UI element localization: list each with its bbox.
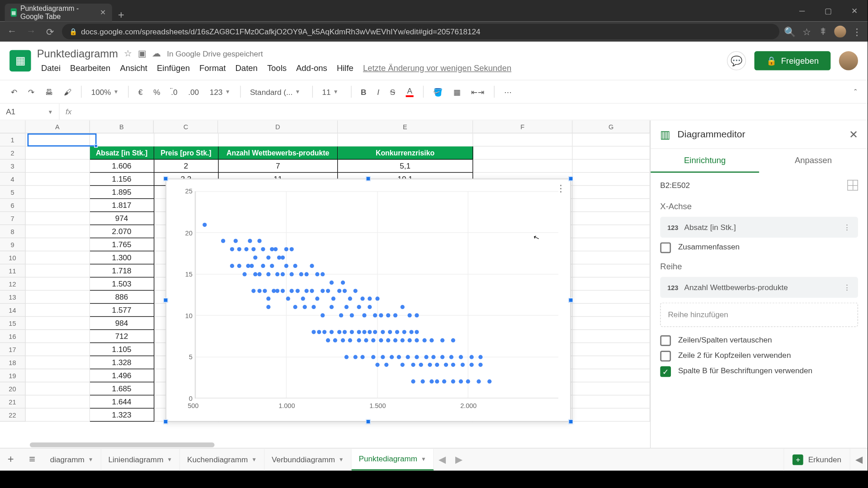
series-menu-icon[interactable]: ⋮ (843, 283, 851, 292)
browser-tab[interactable]: ▦ Punktediagramm - Google Tabe ✕ (5, 4, 112, 22)
tab-setup[interactable]: Einrichtung (651, 149, 759, 173)
sheets-tab-bar: + ≡ diagramm▼Liniendiagramm▼Kuchendiagra… (0, 448, 868, 470)
formula-bar: A1▼ fx (0, 103, 868, 120)
doc-title[interactable]: Punktediagramm (37, 47, 118, 60)
add-sheet-button[interactable]: + (0, 449, 21, 470)
sheet-tab-2[interactable]: Kuchendiagramm▼ (180, 449, 264, 470)
last-edit-link[interactable]: Letzte Änderung vor wenigen Sekunden (359, 61, 516, 74)
menu-bar: DateiBearbeitenAnsichtEinfügenFormatDate… (37, 61, 721, 74)
back-icon[interactable]: ← (5, 24, 19, 39)
reload-icon[interactable]: ⟳ (43, 24, 57, 39)
zoom-select[interactable]: 100%▼ (88, 85, 123, 99)
tab-customize[interactable]: Anpassen (759, 149, 868, 173)
font-select[interactable]: Standard (...▼ (246, 85, 306, 99)
chrome-tab-strip: ▦ Punktediagramm - Google Tabe ✕ + ─ ▢ ✕ (0, 0, 868, 21)
undo-icon[interactable]: ↶ (7, 85, 21, 99)
save-status: In Google Drive gespeichert (167, 49, 263, 58)
menu-daten[interactable]: Daten (231, 61, 262, 74)
data-range-value[interactable]: B2:E502 (660, 181, 690, 190)
sheets-scroll-left[interactable]: ◀ (434, 454, 451, 465)
formula-input[interactable] (78, 103, 868, 120)
more-toolbar-icon[interactable]: ⋯ (500, 85, 515, 99)
new-tab-button[interactable]: + (112, 9, 130, 22)
paint-format-icon[interactable]: 🖌 (60, 85, 75, 99)
currency-button[interactable]: € (135, 85, 146, 99)
xaxis-field-chip[interactable]: 123 Absatz [in Stk.] ⋮ (660, 217, 858, 238)
sheet-tab-0[interactable]: diagramm▼ (43, 449, 101, 470)
address-bar: ← → ⟳ 🔒 docs.google.com/spreadsheets/d/1… (0, 21, 868, 42)
close-tab-icon[interactable]: ✕ (100, 8, 106, 16)
menu-bearbeiten[interactable]: Bearbeiten (66, 61, 115, 74)
sidepanel-toggle-icon[interactable]: ◀ (849, 448, 868, 470)
bold-icon[interactable]: B (357, 85, 370, 99)
percent-button[interactable]: % (150, 85, 164, 99)
sheet-tab-4[interactable]: Punktediagramm▼ (352, 449, 434, 470)
star-icon[interactable]: ☆ (801, 26, 812, 38)
extensions-icon[interactable]: ⯒ (817, 26, 829, 38)
maximize-icon[interactable]: ▢ (815, 0, 841, 21)
close-sidebar-icon[interactable]: ✕ (849, 128, 858, 141)
lock-share-icon: 🔒 (766, 56, 776, 66)
series-field-chip[interactable]: 123 Anzahl Wettbewerbs-produkte ⋮ (660, 277, 858, 298)
zoom-icon[interactable]: 🔍 (784, 26, 796, 38)
print-icon[interactable]: 🖶 (42, 85, 57, 99)
fill-color-icon[interactable]: 🪣 (429, 85, 446, 99)
redo-icon[interactable]: ↷ (24, 85, 38, 99)
minimize-icon[interactable]: ─ (789, 0, 815, 21)
sheets-favicon: ▦ (11, 8, 17, 16)
xaxis-menu-icon[interactable]: ⋮ (843, 223, 851, 232)
spreadsheet-grid[interactable]: ABCDEFG12Absatz [in Stk.]Preis [pro Stk.… (0, 120, 650, 448)
move-doc-icon[interactable]: ▣ (138, 48, 146, 59)
add-series-button[interactable]: Reihe hinzufügen (660, 303, 858, 327)
name-box[interactable]: A1▼ (0, 103, 60, 120)
sheets-logo-icon[interactable]: ▦ (9, 50, 31, 71)
number-type-icon: 123 (667, 284, 678, 291)
horizontal-scrollbar[interactable] (28, 442, 650, 448)
menu-hilfe[interactable]: Hilfe (333, 61, 358, 74)
explore-label: Erkunden (808, 455, 841, 464)
url-field[interactable]: 🔒 docs.google.com/spreadsheets/d/16sZAG8… (62, 24, 779, 39)
merge-cells-icon[interactable]: ⇤⇥ (467, 85, 488, 99)
increase-decimal-button[interactable]: .00 (184, 85, 203, 99)
profile-icon[interactable] (834, 26, 846, 38)
sheet-tab-1[interactable]: Liniendiagramm▼ (101, 449, 180, 470)
menu-datei[interactable]: Datei (37, 61, 65, 74)
italic-icon[interactable]: I (373, 85, 383, 99)
account-avatar[interactable] (839, 51, 858, 70)
explore-button[interactable]: Erkunden (784, 448, 850, 470)
colb-labels-checkbox[interactable]: ✓ (660, 366, 671, 377)
fx-label: fx (60, 107, 78, 116)
forward-icon[interactable]: → (24, 24, 38, 39)
text-color-icon[interactable]: A (402, 84, 417, 99)
all-sheets-button[interactable]: ≡ (21, 449, 42, 470)
menu-format[interactable]: Format (195, 61, 230, 74)
strike-icon[interactable]: S (387, 85, 399, 99)
aggregate-label: Zusammenfassen (678, 242, 740, 251)
row2-header-checkbox[interactable] (660, 351, 671, 361)
series-section-title: Reihe (660, 262, 858, 271)
number-type-icon: 123 (667, 224, 678, 231)
chart-plot-area[interactable] (195, 191, 558, 399)
menu-einfügen[interactable]: Einfügen (153, 61, 194, 74)
xaxis-section-title: X-Achse (660, 201, 858, 211)
font-size-select[interactable]: 11▼ (318, 85, 344, 99)
star-doc-icon[interactable]: ☆ (124, 48, 132, 59)
aggregate-checkbox[interactable] (660, 242, 671, 253)
menu-ansicht[interactable]: Ansicht (116, 61, 151, 74)
comments-icon[interactable]: 💬 (727, 51, 746, 70)
menu-add-ons[interactable]: Add-ons (292, 61, 331, 74)
sheet-tab-3[interactable]: Verbunddiagramm▼ (264, 449, 352, 470)
swap-rows-cols-checkbox[interactable] (660, 335, 671, 346)
menu-tools[interactable]: Tools (263, 61, 291, 74)
sheets-scroll-right[interactable]: ▶ (451, 454, 467, 465)
number-format-select[interactable]: 123▼ (206, 85, 234, 99)
select-range-icon[interactable] (847, 180, 858, 191)
share-button[interactable]: 🔒 Freigeben (755, 51, 831, 70)
borders-icon[interactable]: ▦ (450, 85, 464, 99)
url-text: docs.google.com/spreadsheets/d/16sZAG8C1… (81, 27, 480, 36)
chrome-menu-icon[interactable]: ⋮ (851, 26, 863, 38)
close-window-icon[interactable]: ✕ (841, 0, 868, 21)
chart-overlay[interactable]: ⋮ 05101520255001.0001.5002.000 (165, 178, 571, 422)
decrease-decimal-button[interactable]: .0← (167, 85, 181, 99)
collapse-toolbar-icon[interactable]: ˆ (851, 85, 861, 99)
